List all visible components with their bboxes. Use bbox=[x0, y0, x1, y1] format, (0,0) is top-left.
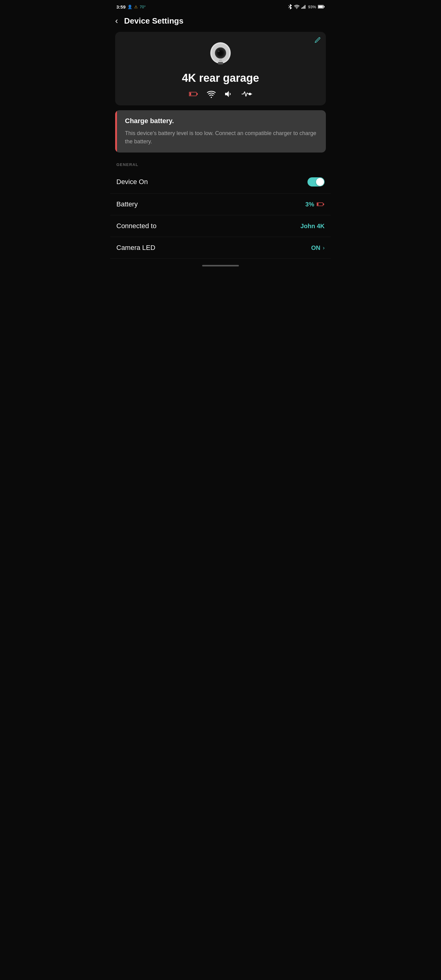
chevron-right-icon: › bbox=[323, 245, 325, 251]
svg-text:arlo: arlo bbox=[219, 59, 222, 61]
system-battery-icon bbox=[318, 5, 325, 9]
connected-to-label: Connected to bbox=[116, 222, 156, 230]
connected-to-setting: Connected to John 4K bbox=[110, 215, 331, 237]
svg-rect-15 bbox=[218, 62, 223, 64]
camera-card: arlo 4K rear garage bbox=[115, 32, 326, 105]
svg-rect-1 bbox=[301, 8, 302, 9]
camera-status-icons bbox=[120, 90, 321, 98]
device-on-value bbox=[307, 177, 325, 186]
top-navigation: ‹ Device Settings bbox=[110, 12, 331, 30]
wifi-status-icon bbox=[294, 5, 299, 9]
camera-led-label: Camera LED bbox=[116, 244, 155, 252]
general-section-header: GENERAL bbox=[110, 160, 331, 170]
alert-title: Charge battery. bbox=[122, 117, 319, 125]
svg-point-21 bbox=[211, 97, 212, 98]
battery-setting: Battery 3% bbox=[110, 194, 331, 215]
camera-led-value: ON bbox=[311, 244, 320, 251]
svg-point-14 bbox=[218, 51, 220, 52]
person-icon: 👤 bbox=[127, 5, 132, 9]
battery-value-container: 3% bbox=[305, 201, 325, 208]
camera-image-container: arlo bbox=[120, 37, 321, 72]
battery-percent: 93% bbox=[308, 5, 316, 9]
status-time: 3:59 bbox=[116, 4, 126, 10]
back-button[interactable]: ‹ bbox=[115, 15, 120, 26]
battery-low-status-icon bbox=[189, 91, 198, 97]
alert-card: Charge battery. This device's battery le… bbox=[115, 110, 326, 153]
alert-body: This device's battery level is too low. … bbox=[122, 129, 319, 146]
camera-led-setting[interactable]: Camera LED ON › bbox=[110, 237, 331, 259]
svg-rect-19 bbox=[197, 93, 198, 95]
svg-rect-31 bbox=[323, 204, 324, 205]
page-title: Device Settings bbox=[124, 16, 183, 26]
camera-led-value-container: ON › bbox=[311, 244, 325, 251]
wifi-status-camera-icon bbox=[207, 90, 216, 98]
device-on-toggle[interactable] bbox=[307, 177, 325, 186]
svg-rect-6 bbox=[324, 6, 325, 7]
status-bar: 3:59 👤 ⚠ 70° 93% bbox=[110, 0, 331, 12]
svg-point-0 bbox=[296, 8, 297, 9]
speaker-status-icon bbox=[224, 90, 233, 98]
toggle-knob bbox=[316, 178, 324, 186]
connected-to-value: John 4K bbox=[301, 223, 325, 230]
camera-image: arlo bbox=[205, 39, 236, 67]
temperature-display: 70° bbox=[140, 5, 146, 9]
device-on-setting: Device On bbox=[110, 170, 331, 194]
signal-icon bbox=[301, 5, 306, 9]
scroll-bar bbox=[202, 265, 239, 266]
svg-rect-32 bbox=[317, 203, 318, 205]
svg-rect-2 bbox=[302, 7, 303, 9]
status-left: 3:59 👤 ⚠ 70° bbox=[116, 4, 146, 10]
svg-point-29 bbox=[249, 93, 251, 95]
activity-status-icon bbox=[242, 91, 252, 97]
battery-label: Battery bbox=[116, 200, 138, 208]
svg-marker-22 bbox=[225, 91, 229, 97]
svg-rect-20 bbox=[189, 93, 191, 95]
status-right: 93% bbox=[288, 4, 325, 10]
connected-to-value-container: John 4K bbox=[301, 223, 325, 230]
device-on-label: Device On bbox=[116, 178, 148, 186]
bluetooth-icon bbox=[288, 4, 292, 10]
svg-line-25 bbox=[245, 92, 246, 97]
edit-icon[interactable] bbox=[314, 37, 321, 45]
scroll-indicator bbox=[110, 259, 331, 269]
battery-percentage-value: 3% bbox=[305, 201, 314, 208]
camera-name: 4K rear garage bbox=[120, 72, 321, 84]
svg-rect-3 bbox=[304, 6, 304, 9]
battery-low-value-icon bbox=[317, 201, 325, 208]
svg-rect-4 bbox=[305, 5, 305, 9]
warning-icon: ⚠ bbox=[134, 5, 138, 9]
svg-line-26 bbox=[246, 93, 247, 97]
svg-rect-7 bbox=[318, 5, 323, 8]
svg-line-27 bbox=[247, 93, 248, 94]
